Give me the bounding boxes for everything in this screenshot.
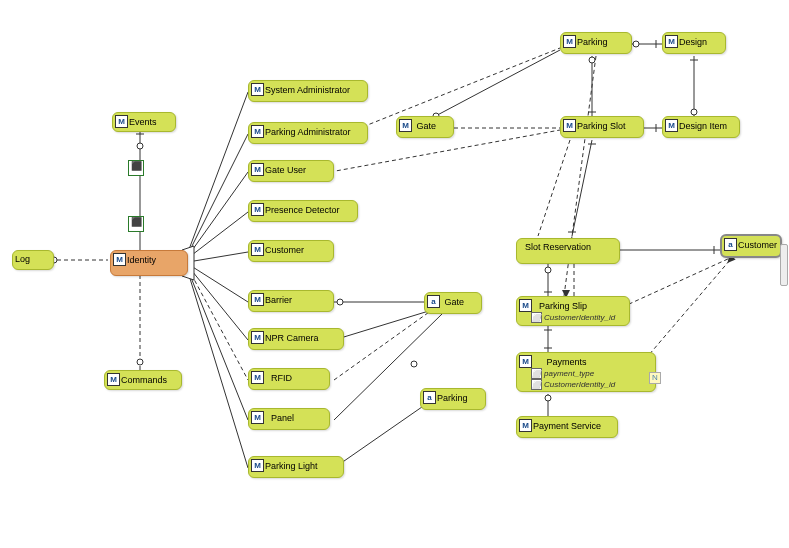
entity-label: Customer <box>738 239 777 251</box>
note-badge: N <box>649 372 661 384</box>
entity-label: Parking Slip <box>539 300 587 312</box>
entity-attr: CustomerIdentity_id <box>544 379 615 390</box>
entity-identity[interactable]: MIdentity <box>110 250 188 276</box>
entity-gate-user[interactable]: MGate User <box>248 160 334 182</box>
class-icon: M <box>563 119 576 132</box>
class-icon: M <box>251 371 264 384</box>
entity-slot-reservation[interactable]: Slot Reservation <box>516 238 620 264</box>
class-icon: M <box>251 243 264 256</box>
entity-label: Gate <box>445 296 465 308</box>
class-icon: M <box>113 253 126 266</box>
selection-handle[interactable] <box>780 244 788 286</box>
class-icon: M <box>251 83 264 96</box>
entity-label: Parking <box>437 392 468 404</box>
svg-point-9 <box>691 109 697 115</box>
agent-icon: a <box>423 391 436 404</box>
entity-customer[interactable]: MCustomer <box>248 240 334 262</box>
entity-label: Gate <box>417 120 437 132</box>
entity-commands[interactable]: MCommands <box>104 370 182 390</box>
entity-npr-camera[interactable]: MNPR Camera <box>248 328 344 350</box>
entity-label: Parking Light <box>265 460 318 472</box>
svg-point-2 <box>137 359 143 365</box>
entity-label: System Administrator <box>265 84 350 96</box>
entity-label: NPR Camera <box>265 332 319 344</box>
class-icon: M <box>251 125 264 138</box>
entity-label: Payments <box>547 356 587 368</box>
entity-gate-agent[interactable]: a Gate <box>424 292 482 314</box>
entity-customer-agent[interactable]: aCustomer <box>720 234 782 258</box>
class-icon: M <box>251 203 264 216</box>
entity-payment-service[interactable]: MPayment Service <box>516 416 618 438</box>
entity-attr: payment_type <box>544 368 594 379</box>
entity-parking-agent[interactable]: aParking <box>420 388 486 410</box>
agent-icon: a <box>427 295 440 308</box>
class-icon: M <box>519 299 532 312</box>
entity-design-item[interactable]: MDesign Item <box>662 116 740 138</box>
entity-label: Barrier <box>265 294 292 306</box>
class-icon: M <box>251 411 264 424</box>
entity-label: Log <box>15 253 30 265</box>
entity-label: Customer <box>265 244 304 256</box>
entity-parking[interactable]: MParking <box>560 32 632 54</box>
entity-attr: CustomerIdentity_id <box>544 312 615 323</box>
class-icon: M <box>665 35 678 48</box>
entity-label: Commands <box>121 374 167 386</box>
entity-label: Parking Administrator <box>265 126 351 138</box>
class-icon: M <box>251 163 264 176</box>
entity-label: Presence Detector <box>265 204 340 216</box>
attr-icon: ⬜ <box>531 368 542 379</box>
svg-point-14 <box>545 395 551 401</box>
class-icon: M <box>251 331 264 344</box>
entity-label: Payment Service <box>533 420 601 432</box>
entity-label: RFID <box>271 372 292 384</box>
entity-presence-detector[interactable]: MPresence Detector <box>248 200 358 222</box>
entity-label: Parking <box>577 36 608 48</box>
entity-label: Parking Slot <box>577 120 626 132</box>
entity-label: Gate User <box>265 164 306 176</box>
svg-point-1 <box>137 143 143 149</box>
class-icon: M <box>251 459 264 472</box>
class-icon: M <box>665 119 678 132</box>
class-icon: M <box>563 35 576 48</box>
svg-point-5 <box>411 361 417 367</box>
entity-parking-administrator[interactable]: MParking Administrator <box>248 122 368 144</box>
entity-gate-top[interactable]: M Gate <box>396 116 454 138</box>
attr-icon: ⬜ <box>531 312 542 323</box>
entity-label: Panel <box>271 412 294 424</box>
svg-point-11 <box>589 57 595 63</box>
class-icon: M <box>251 293 264 306</box>
class-icon: M <box>115 115 128 128</box>
entity-design[interactable]: MDesign <box>662 32 726 54</box>
class-icon: M <box>519 355 532 368</box>
entity-events[interactable]: MEvents <box>112 112 176 132</box>
entity-system-administrator[interactable]: MSystem Administrator <box>248 80 368 102</box>
svg-point-4 <box>337 299 343 305</box>
entity-label: Identity <box>127 254 156 266</box>
entity-payments[interactable]: M Payments ⬜payment_type ⬜CustomerIdenti… <box>516 352 656 392</box>
entity-label: Slot Reservation <box>525 241 591 253</box>
marker-box: ⬛ <box>128 216 144 232</box>
svg-point-8 <box>633 41 639 47</box>
entity-parking-slot[interactable]: MParking Slot <box>560 116 644 138</box>
marker-box: ⬛ <box>128 160 144 176</box>
svg-point-13 <box>545 267 551 273</box>
entity-label: Design Item <box>679 120 727 132</box>
entity-barrier[interactable]: MBarrier <box>248 290 334 312</box>
entity-parking-light[interactable]: MParking Light <box>248 456 344 478</box>
agent-icon: a <box>724 238 737 251</box>
entity-log[interactable]: Log <box>12 250 54 270</box>
class-icon: M <box>519 419 532 432</box>
entity-parking-slip[interactable]: M Parking Slip ⬜CustomerIdentity_id <box>516 296 630 326</box>
entity-panel[interactable]: M Panel <box>248 408 330 430</box>
class-icon: M <box>399 119 412 132</box>
attr-icon: ⬜ <box>531 379 542 390</box>
class-icon: M <box>107 373 120 386</box>
entity-label: Events <box>129 116 157 128</box>
entity-label: Design <box>679 36 707 48</box>
entity-rfid[interactable]: M RFID <box>248 368 330 390</box>
